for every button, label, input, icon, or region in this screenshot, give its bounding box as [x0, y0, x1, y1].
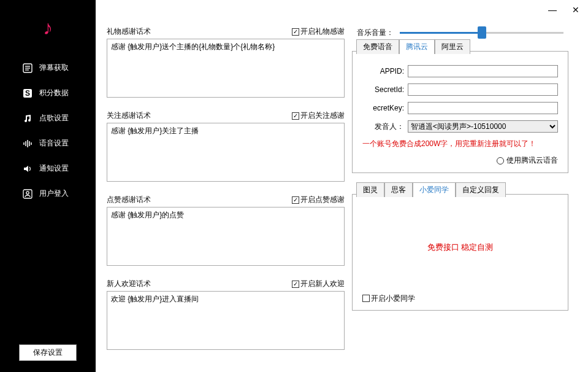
like-textarea[interactable]	[107, 207, 345, 266]
svg-text:S: S	[25, 89, 30, 98]
waveform-icon	[22, 139, 33, 149]
gift-textarea[interactable]	[107, 39, 345, 98]
welcome-title: 新人欢迎话术	[107, 279, 151, 289]
sidebar-item-login[interactable]: 用户登入	[0, 181, 96, 206]
sidebar: ♪ 弹幕获取 S 积分数据 点歌设置 语音设置 通知设置 用户登入 保存设置	[0, 0, 96, 372]
follow-checkbox[interactable]: ✓开启关注感谢	[292, 110, 345, 121]
sidebar-item-danmu[interactable]: 弹幕获取	[0, 55, 96, 80]
follow-textarea[interactable]	[107, 123, 345, 182]
main-content: — ✕ 礼物感谢话术 ✓开启礼物感谢 关注感谢话术 ✓开启关注感谢 点赞感谢话术…	[96, 0, 588, 372]
tab-tencent[interactable]: 腾讯云	[399, 39, 435, 54]
sidebar-item-song[interactable]: 点歌设置	[0, 106, 96, 131]
right-column: 音乐音量： 免费语音 腾讯云 阿里云 APPID: SecretId:	[352, 5, 583, 367]
gift-block: 礼物感谢话术 ✓开启礼物感谢	[107, 26, 345, 99]
follow-title: 关注感谢话术	[107, 110, 151, 121]
volume-row: 音乐音量：	[352, 26, 568, 39]
tts-notice: 一个账号免费合成200W字，用完重新注册就可以了！	[362, 139, 558, 149]
sidebar-item-label: 用户登入	[39, 188, 69, 199]
user-icon	[22, 189, 33, 199]
follow-block: 关注感谢话术 ✓开启关注感谢	[107, 110, 345, 184]
use-tencent-radio[interactable]: 使用腾讯云语音	[497, 155, 558, 166]
voice-select[interactable]: 智逍遥<阅读男声>-10510000	[408, 120, 558, 133]
sidebar-item-label: 通知设置	[39, 163, 69, 174]
tab-sike[interactable]: 思客	[384, 182, 413, 197]
s-icon: S	[22, 88, 33, 98]
left-column: 礼物感谢话术 ✓开启礼物感谢 关注感谢话术 ✓开启关注感谢 点赞感谢话术 ✓开启…	[107, 5, 345, 367]
logo-area: ♪	[0, 0, 96, 55]
bot-center-text: 免费接口 稳定自测	[362, 202, 558, 293]
secretid-label: SecretId:	[362, 85, 408, 94]
sidebar-item-label: 弹幕获取	[39, 63, 69, 73]
sidebar-item-voice[interactable]: 语音设置	[0, 131, 96, 156]
welcome-checkbox[interactable]: ✓开启新人欢迎	[292, 279, 345, 289]
voice-label: 发音人：	[362, 122, 408, 132]
tab-free-voice[interactable]: 免费语音	[356, 39, 399, 54]
secretkey-input[interactable]	[408, 102, 558, 114]
gift-title: 礼物感谢话术	[107, 26, 151, 37]
like-title: 点赞感谢话术	[107, 195, 151, 205]
tab-tuling[interactable]: 图灵	[356, 182, 384, 197]
minimize-button[interactable]: —	[546, 4, 559, 16]
bot-tabs: 图灵 思客 小爱同学 自定义回复	[356, 182, 506, 197]
svg-point-12	[26, 191, 29, 193]
tab-xiaoai[interactable]: 小爱同学	[413, 182, 456, 197]
volume-slider[interactable]	[400, 26, 563, 39]
secretid-input[interactable]	[408, 83, 558, 96]
music-note-icon: ♪	[43, 17, 53, 39]
tab-custom-reply[interactable]: 自定义回复	[456, 182, 506, 197]
welcome-block: 新人欢迎话术 ✓开启新人欢迎	[107, 279, 345, 352]
sidebar-item-label: 语音设置	[39, 138, 69, 149]
sidebar-item-label: 点歌设置	[39, 113, 69, 123]
close-button[interactable]: ✕	[570, 4, 582, 16]
speaker-icon	[22, 164, 33, 174]
list-icon	[22, 63, 33, 73]
window-controls: — ✕	[546, 4, 582, 16]
volume-label: 音乐音量：	[357, 28, 394, 38]
appid-input[interactable]	[408, 65, 558, 77]
welcome-textarea[interactable]	[107, 291, 345, 350]
music-icon	[22, 114, 33, 123]
secretkey-label: ecretKey:	[362, 104, 408, 112]
sidebar-item-label: 积分数据	[39, 88, 69, 98]
save-settings-button[interactable]: 保存设置	[19, 344, 77, 361]
sidebar-item-points[interactable]: S 积分数据	[0, 80, 96, 106]
like-block: 点赞感谢话术 ✓开启点赞感谢	[107, 195, 345, 268]
appid-label: APPID:	[362, 67, 408, 76]
bot-panel: 图灵 思客 小爱同学 自定义回复 免费接口 稳定自测 开启小爱同学	[352, 194, 568, 311]
tts-panel: 免费语音 腾讯云 阿里云 APPID: SecretId: ecretKey: …	[352, 51, 568, 173]
tts-tabs: 免费语音 腾讯云 阿里云	[356, 39, 470, 54]
enable-xiaoai-checkbox[interactable]: 开启小爱同学	[362, 293, 558, 304]
like-checkbox[interactable]: ✓开启点赞感谢	[292, 195, 345, 205]
slider-thumb-icon	[478, 26, 486, 39]
sidebar-item-notify[interactable]: 通知设置	[0, 156, 96, 181]
gift-checkbox[interactable]: ✓开启礼物感谢	[292, 26, 345, 37]
tab-aliyun[interactable]: 阿里云	[435, 39, 470, 54]
